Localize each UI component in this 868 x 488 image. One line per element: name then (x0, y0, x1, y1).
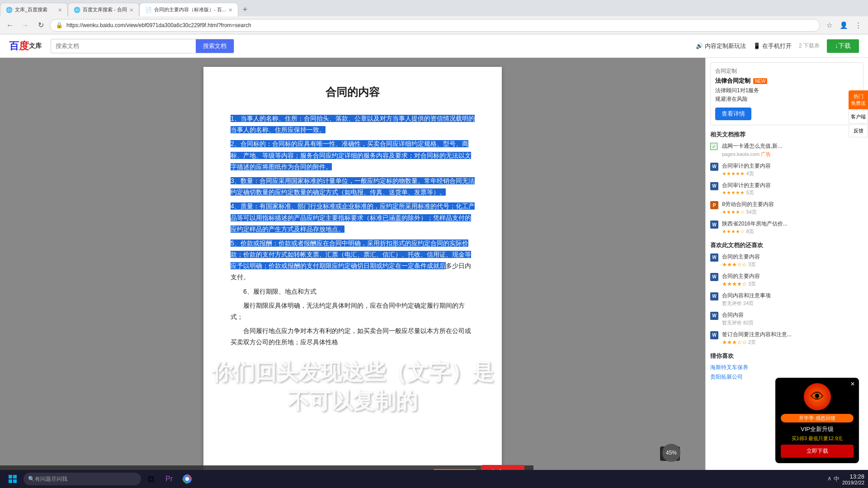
related-doc-2-info: 合同审计的主要内容 ★★★★★ 5页 (722, 182, 863, 197)
browser-chrome: 🌐 文库_百度搜索 × 🌐 百度文库搜索 - 合同 × 📄 合同的主要内容（标准… (0, 0, 868, 34)
related-doc-0[interactable]: ✓ 战网一卡通怎么充值,新... pages.kaola.com 广告 (710, 142, 863, 158)
svg-rect-2 (9, 479, 12, 483)
search-icon-taskbar: 🔍 (28, 476, 35, 482)
logo-du: 度 (19, 39, 29, 53)
speaker-icon: 🔊 (696, 42, 703, 49)
start-button[interactable] (4, 472, 22, 486)
taskbar-time: 13:28 2019/2/22 (842, 473, 864, 485)
taskbar-right: ∧ 中 13:28 2019/2/22 (827, 473, 864, 485)
windows-icon (8, 474, 17, 483)
document-body: 1、当事人的名称、住所：合同抬头、落款、公章以及对方当事人提供的资信情况载明的当… (231, 113, 475, 348)
new-tab-button[interactable]: + (238, 3, 252, 16)
back-button[interactable]: ← (4, 19, 16, 32)
forward-button[interactable]: → (19, 19, 32, 32)
like-doc-2-title: 合同内容和注意事项 (722, 292, 863, 300)
p2-text: 2、合同标的：合同标的应具有唯一性、准确性，买卖合同应详细约定规格、型号、商标、… (231, 140, 471, 170)
action-mobile[interactable]: 📱 在手机打开 (753, 42, 792, 50)
refresh-button[interactable]: ↻ (34, 19, 47, 32)
related-title: 相关文档推荐 › (710, 131, 863, 139)
svg-rect-3 (13, 479, 17, 483)
tab-3-close[interactable]: × (229, 7, 232, 13)
related-doc-2[interactable]: W 合同审计的主要内容 ★★★★★ 5页 (710, 182, 863, 197)
taskbar-search[interactable]: 🔍 有问题尽问我 (24, 473, 141, 485)
nav-right-icons: ☆ 👤 ⋮ (823, 19, 864, 32)
download-button[interactable]: ↓下载 (827, 39, 859, 53)
like-doc-2-meta: 暂无评价 24页 (722, 300, 863, 307)
guess-item-0[interactable]: 海斯特叉车保养 (710, 364, 863, 371)
related-doc-2-title: 合同审计的主要内容 (722, 182, 863, 189)
related-doc-4[interactable]: W 陕西省2016年房地产估价... ★★★★☆ 8页 (710, 220, 863, 235)
tab-2-favicon: 🌐 (74, 7, 80, 13)
related-doc-4-info: 陕西省2016年房地产估价... ★★★★☆ 8页 (722, 220, 863, 235)
related-doc-3-title: 8劳动合同的主要内容 (722, 201, 863, 208)
action-customize[interactable]: 🔊 内容定制新玩法 (696, 42, 746, 50)
user-button[interactable]: 👤 (837, 19, 850, 32)
paragraph-1: 1、当事人的名称、住所：合同抬头、落款、公章以及对方当事人提供的资信情况载明的当… (231, 113, 475, 136)
ad-popup-close-button[interactable]: × (848, 380, 857, 389)
like-doc-3[interactable]: W 合同内容 暂无评价 82页 (710, 311, 863, 326)
view-detail-button[interactable]: 查看详情 (715, 108, 751, 120)
p4-text: 4、质量：有国家标准、部门行业标准或企业标准的，应约定所采用标准的代号；化工产品… (231, 202, 475, 232)
paragraph-8: 合同履行地点应力争对本方有利的约定，如买卖合同一般应尽量以本方所在公司或买卖双方… (231, 325, 475, 348)
ad-popup-subtitle: 买1得3 最低只要12.9元 (781, 435, 854, 442)
like-doc-3-meta: 暂无评价 82页 (722, 319, 863, 326)
ad-popup-title: VIP全新升级 (781, 425, 854, 433)
sidebar-ad-box: 合同定制 法律合同定制 NEW 法律顾问1对1服务 规避潜在风险 查看详情 (710, 62, 863, 125)
p1-text: 1、当事人的名称、住所：合同抬头、落款、公章以及对方当事人提供的资信情况载明的当… (231, 115, 475, 133)
related-doc-2-stars: ★★★★★ (722, 190, 745, 195)
watermark: 你们回头发现这些（文字）是不可以复制的 (203, 358, 502, 416)
guess-title: 猜你喜欢 (710, 352, 863, 360)
search-input[interactable] (51, 39, 196, 53)
tab-3-favicon: 📄 (145, 7, 151, 13)
guess-section: 猜你喜欢 海斯特叉车保养 贵阳拓展公司 (710, 352, 863, 381)
like-doc-0-icon: W (710, 253, 718, 262)
task-view-button[interactable]: ⧉ (143, 471, 159, 487)
tab-2[interactable]: 🌐 百度文库搜索 - 合同 × (68, 3, 139, 16)
like-doc-2-icon: W (710, 292, 718, 300)
ad-popup-btn[interactable]: 立即下载 (781, 445, 854, 458)
paragraph-2: 2、合同标的：合同标的应具有唯一性、准确性，买卖合同应详细约定规格、型号、商标、… (231, 138, 475, 173)
related-doc-3-info: 8劳动合同的主要内容 ★★★★☆ 54页 (722, 201, 863, 216)
logo-wenku: 文库 (29, 42, 42, 50)
related-doc-4-icon: W (710, 221, 718, 229)
search-button[interactable]: 搜索文档 (196, 39, 234, 53)
related-doc-4-title: 陕西省2016年房地产估价... (722, 220, 863, 228)
related-doc-1-icon: W (710, 163, 718, 171)
related-doc-3-stars: ★★★★☆ (722, 209, 745, 215)
like-doc-1-meta: ★★★★☆ 3页 (722, 281, 863, 287)
document-viewer[interactable]: 合同的内容 1、当事人的名称、住所：合同抬头、落款、公章以及对方当事人提供的资信… (0, 58, 705, 488)
tab-3[interactable]: 📄 合同的主要内容（标准版）- 百... × (139, 3, 238, 16)
bookmark-button[interactable]: ☆ (823, 19, 835, 32)
taskbar-chrome-icon[interactable] (179, 471, 195, 487)
tab-1-title: 文库_百度搜索 (15, 6, 56, 13)
like-doc-4[interactable]: W 签订合同要注意内容和注意... ★★★☆☆ 2页 (710, 331, 863, 346)
related-doc-4-stars: ★★★★☆ (722, 229, 745, 234)
ad-popup: × 👁 开学季·感恩回馈 VIP全新升级 买1得3 最低只要12.9元 立即下载 (775, 378, 859, 463)
like-doc-4-icon: W (710, 331, 718, 339)
tab-1[interactable]: 🌐 文库_百度搜索 × (0, 3, 68, 16)
like-doc-1-title: 合同的主要内容 (722, 272, 863, 280)
page: 百 度 文库 搜索文档 🔊 内容定制新玩法 📱 在手机打开 2 下载券 ↓下载 … (0, 34, 868, 488)
tab-3-title: 合同的主要内容（标准版）- 百... (154, 6, 226, 13)
taskbar-premiere-icon[interactable]: Pr (161, 471, 177, 487)
like-doc-2[interactable]: W 合同内容和注意事项 暂无评价 24页 (710, 292, 863, 307)
float-hot-btn[interactable]: 热门免费送 (849, 90, 868, 109)
related-doc-3-meta: ★★★★☆ 54页 (722, 208, 863, 216)
tab-1-close[interactable]: × (58, 7, 62, 13)
like-doc-1[interactable]: W 合同的主要内容 ★★★★☆ 3页 (710, 272, 863, 287)
menu-button[interactable]: ⋮ (852, 19, 864, 32)
baidu-logo[interactable]: 百 度 文库 (9, 39, 42, 53)
paragraph-6: 6、履行期限、地点和方式 (231, 286, 475, 297)
ad-title-row: 法律合同定制 NEW (715, 77, 859, 85)
like-doc-3-icon: W (710, 312, 718, 320)
like-doc-0[interactable]: W 合同的主要内容 ★★★☆☆ 3页 (710, 253, 863, 268)
tab-2-close[interactable]: × (130, 7, 133, 13)
ad-item-2: 规避潜在风险 (715, 95, 859, 103)
related-doc-1[interactable]: W 合同审计的主要内容 ★★★★★ 4页 (710, 162, 863, 177)
float-client-btn[interactable]: 客户端 (849, 110, 868, 123)
float-feedback-btn[interactable]: 反馈 (849, 124, 868, 137)
ad-item-1: 法律顾问1对1服务 (715, 87, 859, 94)
document-page: 合同的内容 1、当事人的名称、住所：合同抬头、落款、公章以及对方当事人提供的资信… (203, 67, 502, 479)
address-bar[interactable]: 🔒 https://wenku.baidu.com/view/ebf0971da… (50, 19, 820, 32)
related-doc-3[interactable]: P 8劳动合同的主要内容 ★★★★☆ 54页 (710, 201, 863, 216)
